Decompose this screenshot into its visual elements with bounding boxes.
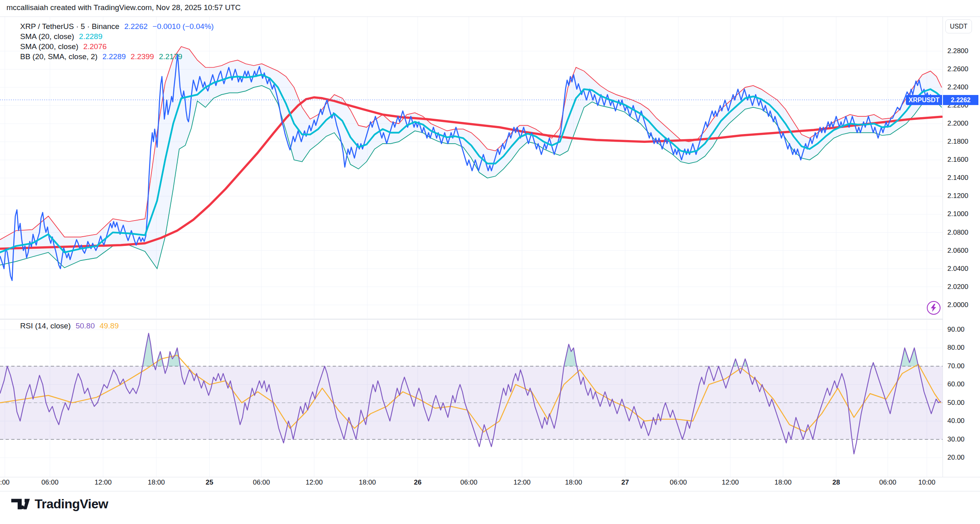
sma20-label[interactable]: SMA (20, close) [20, 32, 74, 41]
tradingview-logo-text: TradingView [35, 497, 108, 512]
pane-separator[interactable] [0, 319, 943, 320]
rsi-ma-value: 49.89 [99, 322, 119, 330]
price-tick-label: 2.0000 [947, 301, 968, 309]
time-tick-label: 18:00 [565, 479, 582, 487]
price-tag-symbol: XRPUSDT [906, 95, 942, 105]
currency-button[interactable]: USDT [945, 19, 972, 33]
footer-brand[interactable]: TradingView [11, 497, 108, 512]
price-tag-value: 2.2262 [943, 95, 978, 105]
last-price: 2.2262 [124, 22, 147, 31]
bb-lower-value: 2.2179 [159, 52, 182, 61]
price-tick-label: 2.0800 [947, 229, 968, 237]
bb-upper-value: 2.2399 [131, 52, 154, 61]
time-tick-label: 18:00 [775, 479, 792, 487]
price-pane[interactable] [0, 17, 943, 319]
time-tick-label: 26 [414, 479, 422, 487]
price-tick-label: 2.2800 [947, 47, 968, 55]
price-tick-label: 2.1200 [947, 192, 968, 200]
sma200-value: 2.2076 [83, 42, 107, 51]
price-tick-label: 2.2400 [947, 83, 968, 91]
time-tick-label: 12:00 [722, 479, 739, 487]
rsi-tick-label: 70.00 [947, 362, 965, 370]
symbol-title[interactable]: XRP / TetherUS · 5 · Binance [20, 22, 119, 31]
lightning-icon [930, 303, 938, 312]
sma20-value: 2.2289 [79, 32, 102, 41]
rsi-tick-label: 60.00 [947, 380, 965, 388]
tradingview-logo-icon [11, 497, 30, 511]
instant-order-button[interactable] [927, 301, 941, 315]
time-tick-label: 18:00 [359, 479, 376, 487]
time-tick-label: 10:00 [918, 479, 936, 487]
price-axis-border [943, 17, 943, 477]
price-tick-label: 2.1800 [947, 138, 968, 146]
price-tick-label: 2.0600 [947, 247, 968, 255]
time-tick-label: 06:00 [253, 479, 270, 487]
time-tick-label: 18:00 [148, 479, 165, 487]
tradingview-screenshot: mccallisaiah created with TradingView.co… [0, 0, 980, 524]
rsi-tick-label: 20.00 [947, 454, 965, 462]
bb-row[interactable]: BB (20, SMA, close, 2)2.22892.23992.2179 [20, 52, 214, 62]
current-price-tag: XRPUSDT 2.2262 [906, 95, 978, 105]
price-tick-label: 2.0200 [947, 283, 968, 291]
rsi-tick-label: 30.00 [947, 435, 965, 444]
price-tick-label: 2.2600 [947, 65, 968, 73]
time-tick-label: 06:00 [41, 479, 59, 487]
time-tick-label: 12:00 [306, 479, 323, 487]
sma200-row[interactable]: SMA (200, close)2.2076 [20, 41, 214, 52]
rsi-tick-label: 50.00 [947, 399, 965, 407]
rsi-value: 50.80 [76, 322, 95, 330]
symbol-row[interactable]: XRP / TetherUS · 5 · Binance2.2262−0.001… [20, 21, 214, 31]
price-tick-label: 2.2000 [947, 120, 968, 128]
time-tick-label: 12:00 [95, 479, 112, 487]
rsi-tick-label: 40.00 [947, 417, 965, 425]
rsi-tick-label: 90.00 [947, 326, 965, 334]
chart-bottom-border [0, 491, 980, 491]
price-tick-label: 2.1000 [947, 210, 968, 218]
rsi-pane[interactable] [0, 320, 943, 477]
time-tick-label: 28 [833, 479, 840, 487]
rsi-legend[interactable]: RSI (14, close)50.8049.89 [20, 322, 119, 330]
price-tick-label: 2.1600 [947, 156, 968, 164]
sma200-label[interactable]: SMA (200, close) [20, 42, 79, 51]
bb-basis-value: 2.2289 [102, 52, 126, 61]
bb-label[interactable]: BB (20, SMA, close, 2) [20, 52, 97, 61]
time-axis-border [0, 477, 980, 477]
price-change: −0.0010 (−0.04%) [153, 22, 214, 31]
price-tick-label: 2.0400 [947, 265, 968, 273]
main-legend: XRP / TetherUS · 5 · Binance2.2262−0.001… [20, 21, 214, 62]
time-tick-label: 06:00 [460, 479, 478, 487]
time-tick-label: 25 [206, 479, 213, 487]
price-tick-label: 2.1400 [947, 174, 968, 182]
time-tick-label: :00 [0, 479, 10, 487]
watermark-title: mccallisaiah created with TradingView.co… [6, 3, 241, 12]
time-tick-label: 12:00 [514, 479, 531, 487]
time-tick-label: 06:00 [879, 479, 897, 487]
rsi-label[interactable]: RSI (14, close) [20, 322, 71, 330]
sma20-row[interactable]: SMA (20, close)2.2289 [20, 31, 214, 41]
time-tick-label: 27 [622, 479, 629, 487]
rsi-tick-label: 80.00 [947, 344, 965, 352]
time-tick-label: 06:00 [670, 479, 687, 487]
